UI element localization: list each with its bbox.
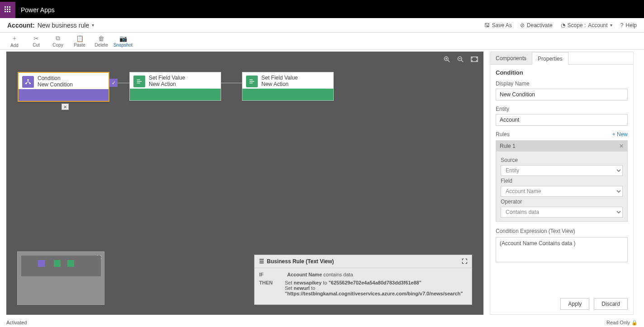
display-name-label: Display Name [496, 81, 628, 87]
scope-dropdown[interactable]: ◔ Scope : Account ▾ [561, 22, 612, 28]
camera-icon: 📷 [112, 35, 134, 42]
minimap[interactable]: ⛶ [17, 251, 104, 305]
waffle-icon [5, 6, 11, 14]
if-condition: Account Name contains data [287, 272, 353, 277]
node-subtitle: New Condition [38, 82, 73, 88]
action-node-2[interactable]: Set Field Value New Action [242, 72, 334, 101]
tab-components[interactable]: Components [490, 52, 532, 64]
expand-icon[interactable]: ⛶ [462, 258, 467, 265]
set-field-icon [133, 76, 145, 87]
deactivate-label: Deactivate [527, 22, 553, 28]
svg-rect-5 [9, 9, 10, 10]
field-label: Field [501, 178, 623, 184]
text-view-title: Business Rule (Text View) [267, 258, 334, 265]
deactivate-button[interactable]: ⊘ Deactivate [520, 22, 553, 28]
save-icon: 🖫 [484, 22, 490, 28]
app-launcher-button[interactable] [0, 2, 15, 18]
chevron-down-icon: ▾ [610, 23, 612, 28]
source-select[interactable]: Entity [501, 165, 623, 176]
condition-node[interactable]: Condition New Condition [18, 72, 109, 102]
svg-point-17 [27, 79, 29, 81]
zoom-in-button[interactable] [444, 56, 450, 64]
svg-line-14 [461, 60, 463, 62]
condition-icon [22, 76, 34, 88]
svg-rect-0 [5, 6, 6, 8]
rule-title: Rule 1 [500, 143, 516, 149]
app-title: Power Apps [21, 6, 55, 14]
new-rule-button[interactable]: + New [612, 131, 628, 137]
cut-button[interactable]: ✂Cut [25, 35, 47, 47]
zoom-out-button[interactable] [457, 56, 464, 64]
then-label: THEN [259, 280, 275, 296]
section-title: Condition [496, 69, 628, 76]
save-as-button[interactable]: 🖫 Save As [484, 22, 512, 28]
save-as-label: Save As [492, 22, 512, 28]
status-right: Read Only 🔒 [606, 320, 638, 326]
node-subtitle: New Action [149, 81, 185, 88]
operator-label: Operator [501, 199, 623, 205]
status-bar: Activated Read Only 🔒 [0, 318, 644, 327]
chevron-down-icon: ▾ [92, 23, 94, 28]
help-label: Help [625, 22, 637, 28]
app-header: Power Apps [0, 0, 644, 18]
svg-rect-8 [9, 11, 10, 12]
discard-button[interactable]: Discard [594, 298, 628, 310]
display-name-input[interactable] [496, 89, 628, 100]
rules-label: Rules [496, 131, 510, 137]
snapshot-button[interactable]: 📷Snapshot [112, 35, 134, 47]
action-node-1[interactable]: Set Field Value New Action [129, 72, 221, 101]
delete-button[interactable]: 🗑Delete [90, 35, 112, 47]
text-view-icon: ☰ [259, 258, 264, 265]
expression-label: Condition Expression (Text View) [496, 228, 628, 234]
delete-icon: 🗑 [90, 35, 112, 42]
connector-line [118, 83, 129, 83]
rule-box: Rule 1 ✕ Source Entity Field Account Nam… [496, 140, 628, 222]
svg-point-18 [25, 83, 27, 85]
fit-screen-button[interactable] [471, 56, 478, 64]
true-branch-connector[interactable]: ✓ [109, 79, 118, 87]
scope-icon: ◔ [561, 22, 565, 28]
svg-rect-6 [5, 11, 6, 12]
properties-panel: Components Properties Condition Display … [490, 52, 634, 315]
minimap-node [38, 260, 45, 267]
entity-label: Entity [496, 106, 628, 112]
tab-properties[interactable]: Properties [532, 52, 568, 65]
node-title: Condition [38, 76, 73, 82]
source-label: Source [501, 157, 623, 163]
copy-button[interactable]: ⧉Copy [47, 34, 69, 47]
apply-button[interactable]: Apply [560, 298, 589, 310]
false-branch-connector[interactable]: ✕ [62, 104, 69, 110]
help-icon: ? [620, 22, 624, 28]
canvas[interactable]: Condition New Condition ✓ Set Field Valu… [6, 52, 483, 315]
deactivate-icon: ⊘ [520, 22, 525, 28]
status-left: Activated [6, 320, 27, 325]
field-select[interactable]: Account Name [501, 186, 623, 197]
if-label: IF [259, 272, 277, 277]
help-button[interactable]: ? Help [620, 22, 637, 28]
rule-name: New business rule [38, 22, 89, 29]
expression-view: (Account Name Contains data ) [496, 237, 628, 262]
node-footer [130, 89, 221, 100]
add-button[interactable]: ＋Add [4, 34, 25, 48]
entity-bar: Account: New business rule ▾ 🖫 Save As ⊘… [0, 18, 644, 33]
toolbar: ＋Add ✂Cut ⧉Copy 📋Paste 🗑Delete 📷Snapshot [0, 33, 644, 50]
set-field-icon [246, 76, 258, 87]
plus-icon: ＋ [4, 34, 25, 43]
svg-rect-7 [7, 11, 8, 12]
paste-button[interactable]: 📋Paste [69, 35, 90, 47]
node-footer [242, 89, 333, 100]
connector-line [221, 83, 242, 83]
node-title: Set Field Value [261, 75, 298, 81]
close-icon[interactable]: ✕ [619, 143, 624, 149]
operator-select[interactable]: Contains data [501, 207, 623, 218]
node-footer [19, 89, 109, 101]
svg-rect-4 [7, 9, 8, 10]
minimap-viewport[interactable] [21, 256, 101, 276]
svg-point-19 [29, 83, 31, 85]
svg-rect-2 [9, 6, 10, 8]
entity-prefix: Account: [7, 22, 35, 29]
rule-name-dropdown[interactable]: Account: New business rule ▾ [7, 22, 94, 29]
copy-icon: ⧉ [47, 34, 69, 42]
node-title: Set Field Value [149, 75, 185, 81]
entity-input[interactable] [496, 114, 628, 126]
